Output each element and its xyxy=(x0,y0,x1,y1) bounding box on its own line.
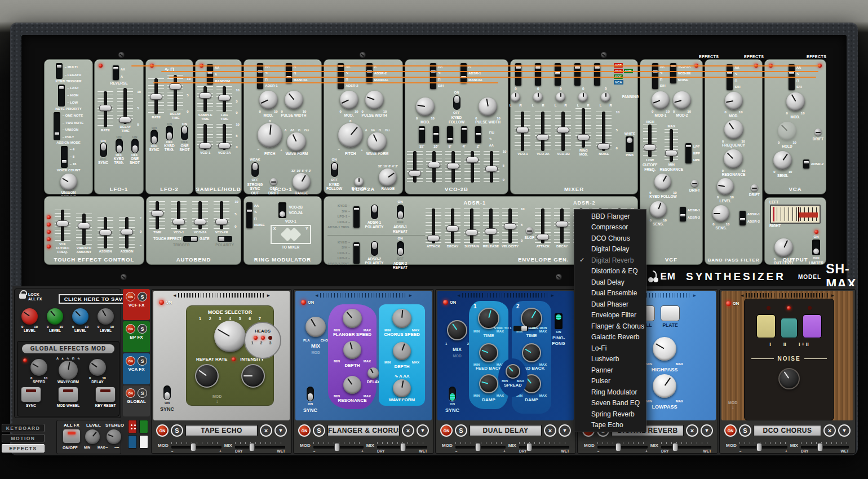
pan-knob[interactable]: 0LR xyxy=(555,87,567,107)
knob-control[interactable] xyxy=(47,308,63,325)
lock-icon[interactable] xyxy=(19,294,26,299)
save-button[interactable]: CLICK HERE TO SAVE xyxy=(59,294,132,304)
knob-control[interactable] xyxy=(98,308,114,325)
slider-handle[interactable] xyxy=(218,95,231,101)
reverb-highpass[interactable]: MINMAX HIGHPASS xyxy=(646,337,683,373)
menu-item-Lo-Fi[interactable]: Lo-Fi xyxy=(574,343,646,354)
slider-handle[interactable] xyxy=(466,157,479,163)
slider-handle[interactable] xyxy=(485,228,497,234)
slider-handle[interactable] xyxy=(199,92,211,99)
slider-track[interactable] xyxy=(98,217,113,249)
pan-knob-control[interactable] xyxy=(533,92,543,102)
mod-handle[interactable] xyxy=(475,443,481,451)
knob-control[interactable] xyxy=(355,178,364,187)
slider-handle[interactable] xyxy=(199,143,211,149)
mod-slider[interactable]: –+ xyxy=(739,442,787,450)
fx-on-button[interactable]: ON xyxy=(156,424,169,437)
harmonic-slider[interactable] xyxy=(447,126,453,143)
knob-MOD-2[interactable]: 010MOD-2 xyxy=(673,91,691,118)
harmonic-8'[interactable]: 8' xyxy=(447,126,453,149)
knob-control[interactable] xyxy=(60,174,77,190)
knob-control[interactable] xyxy=(725,92,743,110)
knob-control[interactable] xyxy=(258,123,282,148)
slider-track[interactable] xyxy=(98,91,113,127)
knob-control[interactable] xyxy=(778,122,796,140)
fx-collapse-button[interactable]: ▼ xyxy=(274,424,287,437)
menu-item-Envelope Filter[interactable]: Envelope Filter xyxy=(574,310,646,321)
reverb-lowpass[interactable]: MINMAX LOWPASS xyxy=(646,374,683,410)
knob-LEVEL[interactable]: 010LEVEL xyxy=(717,178,734,203)
fc-mix-knob[interactable]: FLACHO MIX MOD xyxy=(303,317,328,355)
pan-knob-control[interactable] xyxy=(601,92,610,102)
mod-handle[interactable] xyxy=(191,443,196,451)
knob-SENS.[interactable]: 010SENS. xyxy=(773,151,792,178)
gem-button-SYNC[interactable]: SYNC xyxy=(19,387,43,408)
slider-track[interactable] xyxy=(575,108,591,148)
toggle-switch[interactable] xyxy=(131,139,139,153)
slider-track[interactable] xyxy=(483,209,499,243)
toggle-KYBD TRIG.[interactable]: ONOFFKYBD TRIG. xyxy=(163,122,175,153)
slider-handle[interactable] xyxy=(557,127,569,133)
route-slider[interactable] xyxy=(652,63,658,89)
knob-control[interactable] xyxy=(673,91,691,109)
fc-sync-switch[interactable]: ON SYNC xyxy=(303,387,317,414)
repeat-rate-knob[interactable] xyxy=(195,364,219,388)
slider-track[interactable] xyxy=(167,75,183,111)
cutoff-slider[interactable]: HIGH LOW CUTOFF FREQ. xyxy=(643,120,657,172)
route-slider[interactable] xyxy=(670,63,676,83)
knob-control[interactable] xyxy=(712,205,729,222)
knob-control[interactable] xyxy=(59,361,78,380)
knob-FREQUENCY[interactable]: 010FREQUENCY xyxy=(722,120,745,148)
fx-on-button[interactable]: ON xyxy=(724,424,737,437)
slider-handle[interactable] xyxy=(150,94,162,100)
tab-motion[interactable]: MOTION xyxy=(2,434,45,442)
flanger-resonance-knob[interactable] xyxy=(343,376,361,394)
pan-knob-control[interactable] xyxy=(556,92,565,102)
slider-track[interactable] xyxy=(76,214,92,245)
mix-slider[interactable]: DRYWET xyxy=(377,442,427,450)
knob-MOD.[interactable]: 010MOD. xyxy=(259,91,278,118)
toggle-ONE SHOT[interactable]: ONOFFONE SHOT xyxy=(179,122,191,153)
vca-drift[interactable]: DRIFT xyxy=(813,128,823,141)
color-square-white[interactable] xyxy=(139,435,148,449)
route-slider[interactable] xyxy=(113,65,119,80)
slider-handle[interactable] xyxy=(409,170,421,176)
slider-handle[interactable] xyxy=(504,223,516,229)
knob-control[interactable] xyxy=(650,201,667,218)
vca-mod-source-switch[interactable]: ΛΛ∿⊓S/H xyxy=(789,64,802,90)
vcf-drift[interactable]: DRIFT xyxy=(689,180,700,193)
mix-slider[interactable]: DRYWET xyxy=(661,442,711,450)
knob-MOD-1[interactable]: 010MOD-1 xyxy=(652,91,670,118)
mixer-route-slider[interactable] xyxy=(574,63,581,86)
knob-PITCH[interactable]: 0−+PITCH xyxy=(338,119,363,156)
slider-handle[interactable] xyxy=(466,229,478,236)
slider-handle[interactable] xyxy=(485,166,498,172)
knob-control[interactable] xyxy=(340,91,358,109)
mod-slider[interactable]: –+ xyxy=(597,442,648,450)
fx-remove-button[interactable]: × xyxy=(402,424,414,437)
polarity-control[interactable]: ADSR-2 POLARITY xyxy=(363,241,386,266)
option-switch-NOTE PRIORITY[interactable]: LASTHIGHLOWNOTE PRIORITY xyxy=(47,85,90,110)
route-slider[interactable] xyxy=(366,63,373,83)
knob-control[interactable] xyxy=(724,120,743,139)
toggle-switch[interactable] xyxy=(116,139,123,153)
menu-item-Galactic Reverb[interactable]: Galactic Reverb xyxy=(574,332,646,343)
slider-track[interactable] xyxy=(515,112,530,151)
menu-item-Spring Reverb[interactable]: Spring Reverb xyxy=(574,409,646,420)
harmonic-2'[interactable]: 2' xyxy=(475,126,481,149)
noise-color-switch[interactable]: WHITE PINK xyxy=(625,132,635,157)
lowpass-knob[interactable] xyxy=(653,374,676,398)
fx-solo-button[interactable]: S xyxy=(138,292,147,301)
pan-knob-control[interactable] xyxy=(511,92,520,102)
mix-handle[interactable] xyxy=(400,443,406,451)
knob-control[interactable] xyxy=(367,132,387,152)
route-slider[interactable] xyxy=(727,64,733,90)
noise-knob[interactable] xyxy=(778,368,800,389)
slop-control[interactable]: SLOP xyxy=(525,227,535,240)
slider-handle[interactable] xyxy=(121,229,133,235)
vco1-mod-source-switch[interactable]: ΛΛ∿⊓ADSR-1 xyxy=(257,63,277,89)
slider-handle[interactable] xyxy=(446,225,459,232)
slider-track[interactable] xyxy=(119,217,135,249)
mix-handle[interactable] xyxy=(526,443,532,451)
knob-control[interactable] xyxy=(774,238,793,257)
